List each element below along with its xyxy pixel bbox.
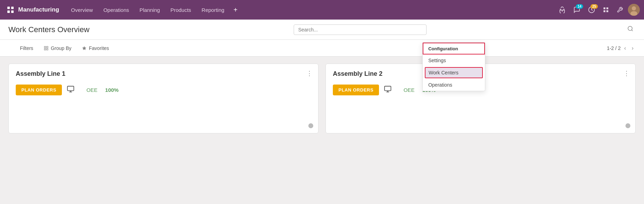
svg-rect-2 — [7, 10, 10, 13]
svg-rect-17 — [67, 86, 74, 91]
filters-label: Filters — [20, 45, 33, 51]
card-2-menu-dots[interactable]: ⋮ — [623, 70, 630, 77]
filters-button[interactable]: Filters — [8, 43, 38, 53]
svg-point-12 — [628, 26, 632, 30]
card-1-oee-value: 100% — [105, 87, 119, 93]
group-by-label: Group By — [51, 45, 71, 51]
card-1-monitor-icon[interactable] — [67, 85, 74, 95]
apps-grid-icon[interactable] — [4, 3, 17, 16]
svg-rect-5 — [603, 7, 605, 9]
content-area: ⋮ Assembly Line 1 PLAN ORDERS OEE 100% ⋮… — [0, 57, 644, 140]
pagination-info: 1-2 / 2 ‹ › — [607, 44, 636, 52]
favorites-button[interactable]: Favorites — [77, 43, 114, 53]
svg-rect-13 — [44, 46, 46, 48]
svg-rect-18 — [385, 86, 391, 91]
card-1-scroll-dot — [308, 123, 313, 128]
group-by-button[interactable]: Group By — [39, 43, 76, 53]
menu-item-overview[interactable]: Overview — [66, 5, 98, 15]
menu-item-products[interactable]: Products — [165, 5, 196, 15]
menu-item-operations[interactable]: Operations — [99, 5, 134, 15]
subheader-right — [625, 24, 636, 35]
clock-badge: 25 — [591, 4, 598, 9]
card-1-plan-orders-button[interactable]: PLAN ORDERS — [16, 85, 62, 95]
add-menu-button[interactable]: + — [230, 5, 241, 15]
chat-icon-btn[interactable]: 14 — [571, 4, 583, 15]
card-2-monitor-icon[interactable] — [384, 85, 392, 95]
settings-wrench-icon-btn[interactable] — [614, 5, 626, 15]
pagination-text: 1-2 / 2 — [607, 45, 621, 51]
card-1-oee-label: OEE — [86, 87, 98, 93]
svg-rect-14 — [46, 46, 48, 48]
clock-icon-btn[interactable]: 25 — [585, 4, 598, 15]
search-icon-btn[interactable] — [625, 24, 636, 35]
user-avatar[interactable] — [628, 4, 640, 16]
configuration-dropdown-menu: Configuration Settings Work Centers Oper… — [422, 42, 485, 91]
svg-rect-7 — [603, 10, 605, 12]
svg-rect-6 — [607, 7, 608, 9]
search-input[interactable] — [294, 24, 427, 35]
top-menu-items: Overview Operations Planning Products Re… — [66, 5, 554, 15]
menu-item-planning[interactable]: Planning — [135, 5, 165, 15]
subheader: Work Centers Overview Configuration Sett… — [0, 20, 644, 40]
menu-item-reporting[interactable]: Reporting — [197, 5, 229, 15]
app-name: Manufacturing — [18, 6, 59, 13]
page-title: Work Centers Overview — [8, 25, 90, 34]
dropdown-item-operations[interactable]: Operations — [423, 79, 485, 91]
svg-rect-1 — [11, 7, 14, 9]
top-navigation: Manufacturing Overview Operations Planni… — [0, 0, 644, 20]
svg-point-10 — [632, 6, 636, 10]
svg-rect-15 — [44, 49, 46, 50]
svg-rect-0 — [7, 7, 10, 9]
card-1-actions: PLAN ORDERS OEE 100% — [16, 85, 311, 95]
svg-rect-3 — [11, 10, 14, 13]
filter-bar: Filters Group By Favorites 1-2 / 2 ‹ › — [0, 40, 644, 57]
grid-view-icon-btn[interactable] — [600, 5, 612, 15]
favorites-label: Favorites — [89, 45, 109, 51]
card-2-scroll-dot — [625, 123, 630, 128]
card-1-menu-dots[interactable]: ⋮ — [306, 70, 313, 77]
dropdown-item-settings[interactable]: Settings — [423, 54, 485, 66]
svg-rect-16 — [46, 49, 48, 50]
next-page-arrow[interactable]: › — [630, 44, 636, 52]
card-2-oee-label: OEE — [403, 87, 415, 93]
dropdown-item-workcenters[interactable]: Work Centers — [425, 67, 483, 78]
card-2-plan-orders-button[interactable]: PLAN ORDERS — [333, 85, 379, 95]
chat-badge: 14 — [576, 4, 583, 9]
topnav-right-icons: 14 25 — [556, 4, 640, 16]
work-center-card-1: ⋮ Assembly Line 1 PLAN ORDERS OEE 100% — [8, 64, 319, 133]
svg-rect-8 — [607, 10, 608, 12]
prev-page-arrow[interactable]: ‹ — [622, 44, 628, 52]
card-1-title: Assembly Line 1 — [16, 70, 311, 78]
debug-icon-btn[interactable] — [556, 4, 568, 15]
dropdown-configuration-header[interactable]: Configuration — [423, 43, 485, 54]
